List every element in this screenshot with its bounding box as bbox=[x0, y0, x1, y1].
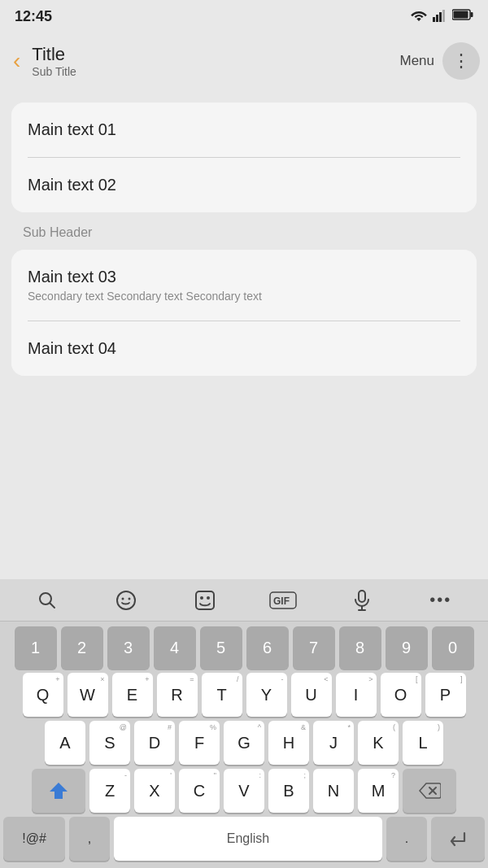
app-subtitle: Sub Title bbox=[32, 65, 399, 78]
key-h[interactable]: &H bbox=[268, 721, 309, 765]
number-row: 1 2 3 4 5 6 7 8 9 0 bbox=[3, 626, 485, 669]
list-item-1[interactable]: Main text 01 bbox=[11, 103, 477, 157]
svg-point-9 bbox=[117, 591, 135, 609]
key-i[interactable]: >I bbox=[336, 673, 377, 717]
key-s[interactable]: @S bbox=[89, 721, 130, 765]
more-button[interactable]: ⋮ bbox=[442, 42, 480, 80]
key-6[interactable]: 6 bbox=[246, 626, 289, 669]
key-g[interactable]: ^G bbox=[224, 721, 264, 765]
key-p[interactable]: ]P bbox=[425, 673, 466, 717]
key-w[interactable]: ×W bbox=[68, 673, 108, 717]
keyboard-toolbar: GIF ••• bbox=[0, 579, 488, 622]
svg-point-13 bbox=[200, 596, 203, 600]
key-j[interactable]: *J bbox=[313, 721, 354, 765]
key-f[interactable]: %F bbox=[179, 721, 220, 765]
key-e[interactable]: +E bbox=[112, 673, 153, 717]
svg-rect-5 bbox=[471, 12, 473, 17]
key-m[interactable]: ?M bbox=[358, 769, 399, 813]
menu-label[interactable]: Menu bbox=[399, 53, 434, 69]
app-title: Title bbox=[32, 44, 399, 65]
app-bar: ‹ Title Sub Title Menu ⋮ bbox=[0, 33, 488, 89]
zxcv-row: -Z 'X "C :V ;B N ?M bbox=[3, 769, 485, 813]
signal-icon bbox=[433, 9, 447, 24]
keyboard: GIF ••• 1 2 3 4 5 6 7 8 9 0 +Q ×W +E =R … bbox=[0, 579, 488, 868]
key-q[interactable]: +Q bbox=[23, 673, 63, 717]
content-area: Main text 01 Main text 02 Sub Header Mai… bbox=[0, 89, 488, 389]
list-item-4-text: Main text 04 bbox=[28, 339, 460, 358]
symbols-key[interactable]: !@# bbox=[3, 817, 65, 861]
space-key[interactable]: English bbox=[114, 817, 382, 861]
key-v[interactable]: :V bbox=[224, 769, 264, 813]
status-time: 12:45 bbox=[15, 8, 52, 25]
emoji-toolbar-btn[interactable] bbox=[87, 579, 166, 622]
title-group: Title Sub Title bbox=[32, 44, 399, 78]
key-5[interactable]: 5 bbox=[200, 626, 242, 669]
sub-header: Sub Header bbox=[0, 217, 488, 245]
key-c[interactable]: "C bbox=[179, 769, 220, 813]
battery-icon bbox=[452, 9, 473, 24]
bottom-row: !@# , English . bbox=[3, 817, 485, 861]
key-4[interactable]: 4 bbox=[154, 626, 196, 669]
key-l[interactable]: )L bbox=[403, 721, 443, 765]
mic-toolbar-btn[interactable] bbox=[323, 579, 402, 622]
key-b[interactable]: ;B bbox=[268, 769, 309, 813]
delete-key[interactable] bbox=[403, 769, 456, 813]
key-t[interactable]: /T bbox=[202, 673, 242, 717]
key-1[interactable]: 1 bbox=[15, 626, 57, 669]
svg-point-10 bbox=[122, 597, 124, 600]
wifi-icon bbox=[410, 9, 428, 24]
gif-toolbar-btn[interactable]: GIF bbox=[244, 579, 323, 622]
list-item-2-text: Main text 02 bbox=[28, 176, 460, 194]
key-o[interactable]: [O bbox=[381, 673, 421, 717]
key-d[interactable]: #D bbox=[134, 721, 175, 765]
svg-rect-17 bbox=[359, 591, 365, 602]
key-z[interactable]: -Z bbox=[89, 769, 130, 813]
key-u[interactable]: <U bbox=[291, 673, 332, 717]
list-item-3[interactable]: Main text 03 Secondary text Secondary te… bbox=[11, 250, 477, 321]
key-x[interactable]: 'X bbox=[134, 769, 175, 813]
asdf-row: A @S #D %F ^G &H *J (K )L bbox=[3, 721, 485, 765]
list-item-3-secondary: Secondary text Secondary text Secondary … bbox=[28, 290, 460, 303]
list-item-1-text: Main text 01 bbox=[28, 120, 460, 139]
svg-point-14 bbox=[207, 596, 210, 600]
key-8[interactable]: 8 bbox=[339, 626, 381, 669]
list-item-2[interactable]: Main text 02 bbox=[11, 158, 477, 212]
svg-text:GIF: GIF bbox=[273, 595, 290, 607]
search-toolbar-btn[interactable] bbox=[8, 579, 87, 622]
enter-key[interactable] bbox=[431, 817, 485, 861]
key-r[interactable]: =R bbox=[157, 673, 198, 717]
key-2[interactable]: 2 bbox=[61, 626, 103, 669]
status-bar: 12:45 bbox=[0, 0, 488, 33]
svg-rect-1 bbox=[436, 15, 438, 22]
status-icons bbox=[410, 9, 473, 24]
list-item-4[interactable]: Main text 04 bbox=[11, 321, 477, 376]
comma-key[interactable]: , bbox=[69, 817, 110, 861]
qwerty-row: +Q ×W +E =R /T -Y <U >I [O ]P bbox=[3, 673, 485, 717]
key-3[interactable]: 3 bbox=[107, 626, 150, 669]
svg-marker-20 bbox=[50, 783, 68, 799]
key-a[interactable]: A bbox=[45, 721, 85, 765]
key-k[interactable]: (K bbox=[358, 721, 399, 765]
sticker-toolbar-btn[interactable] bbox=[165, 579, 244, 622]
svg-point-11 bbox=[129, 597, 131, 600]
period-key[interactable]: . bbox=[386, 817, 427, 861]
svg-rect-2 bbox=[439, 12, 442, 22]
svg-rect-0 bbox=[433, 17, 435, 22]
back-button[interactable]: ‹ bbox=[5, 41, 28, 81]
list-card-2: Main text 03 Secondary text Secondary te… bbox=[11, 250, 477, 376]
key-0[interactable]: 0 bbox=[432, 626, 474, 669]
svg-rect-6 bbox=[454, 11, 468, 19]
list-card-1: Main text 01 Main text 02 bbox=[11, 103, 477, 212]
key-y[interactable]: -Y bbox=[246, 673, 287, 717]
more-toolbar-btn[interactable]: ••• bbox=[401, 579, 480, 622]
keyboard-rows: 1 2 3 4 5 6 7 8 9 0 +Q ×W +E =R /T -Y <U… bbox=[0, 622, 488, 868]
key-n[interactable]: N bbox=[313, 769, 354, 813]
key-9[interactable]: 9 bbox=[386, 626, 428, 669]
svg-line-8 bbox=[50, 603, 55, 608]
key-7[interactable]: 7 bbox=[293, 626, 335, 669]
svg-rect-3 bbox=[442, 10, 445, 22]
shift-key[interactable] bbox=[32, 769, 85, 813]
svg-rect-12 bbox=[196, 591, 214, 609]
list-item-3-text: Main text 03 bbox=[28, 268, 460, 286]
